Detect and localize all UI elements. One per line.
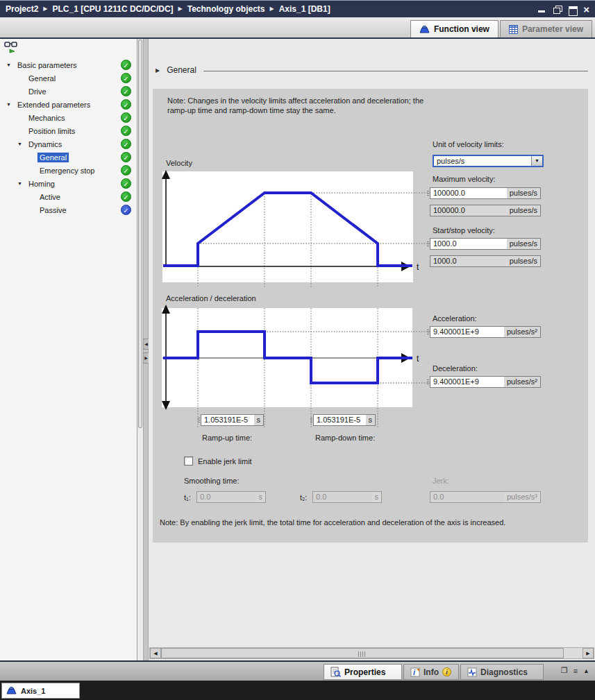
tree-item-active[interactable]: Active✓ [0, 190, 137, 203]
section-chevron-icon[interactable]: ▶ [156, 67, 160, 74]
tab-properties[interactable]: Properties [324, 664, 402, 680]
function-view-main: ▶ General Note: Changes in the velocity … [149, 39, 595, 660]
maximum-velocity-input[interactable]: 100000.0 pulses/s [430, 187, 541, 199]
collapse-pane-icon[interactable]: ▲ [583, 667, 589, 674]
scrollbar-thumb[interactable] [161, 648, 564, 658]
t1-value: 0.0 [197, 492, 256, 502]
tab-function-view-label: Function view [434, 24, 489, 34]
tree-item-extended-parameters[interactable]: ▼Extended parameters✓ [0, 98, 137, 111]
ramp-down-time-value[interactable]: 1.053191E-5 [314, 415, 366, 425]
section-header: ▶ General [156, 65, 588, 75]
maximum-velocity-readonly-unit: pulses/s [507, 205, 540, 216]
unit-of-velocity-limits-value: pulses/s [434, 156, 531, 166]
startstop-velocity-readonly-value: 1000.0 [430, 256, 507, 266]
tree-item-dynamics[interactable]: ▼Dynamics✓ [0, 137, 137, 151]
startstop-velocity-readonly-unit: pulses/s [507, 256, 540, 266]
tree-item-position-limits[interactable]: Position limits✓ [0, 124, 137, 137]
deceleration-unit: pulses/s² [504, 377, 540, 387]
breadcrumb-item[interactable]: Axis_1 [DB1] [279, 4, 330, 14]
scroll-left-icon[interactable]: ◀ [150, 648, 161, 658]
tab-info[interactable]: i Info i [403, 664, 459, 680]
tree-item-drive[interactable]: Drive✓ [0, 85, 137, 98]
enable-jerk-limit-label: Enable jerk limit [198, 457, 252, 466]
monitor-glasses-icon[interactable] [4, 41, 19, 54]
tree-scrollbar[interactable] [137, 39, 144, 660]
tree-item-passive[interactable]: Passive✓ [0, 203, 137, 216]
panel-splitter[interactable]: ◀ ▶ [144, 39, 149, 660]
acceleration-unit: pulses/s² [504, 327, 540, 337]
tree-item-general[interactable]: General✓ [0, 151, 137, 164]
tree-item-label[interactable]: Drive [26, 87, 49, 96]
t1-input[interactable]: 0.0 s [196, 491, 266, 503]
tia-portal-window: Project2▶PLC_1 [CPU 1211C DC/DC/DC]▶Tech… [0, 0, 595, 700]
tree-item-general[interactable]: General✓ [0, 71, 137, 85]
maximum-velocity-value[interactable]: 100000.0 [430, 188, 507, 198]
tab-parameter-view-label: Parameter view [522, 24, 583, 34]
tree-item-label[interactable]: Dynamics [26, 139, 64, 149]
unit-of-velocity-limits-select[interactable]: pulses/s ▼ [433, 155, 544, 167]
expander-icon[interactable]: ▼ [6, 102, 15, 107]
enable-jerk-limit-checkbox[interactable] [184, 456, 193, 466]
tree-item-label[interactable]: General [26, 74, 58, 83]
diagnostics-icon [467, 667, 477, 677]
tree-scrollbar-thumb[interactable] [138, 40, 142, 428]
tree-item-mechanics[interactable]: Mechanics✓ [0, 111, 137, 124]
maximize-button-icon[interactable] [568, 6, 577, 13]
expander-icon[interactable]: ▼ [17, 181, 26, 186]
acceleration-chart: Acceleration / deceleration [158, 291, 430, 430]
tree-item-label[interactable]: Homing [26, 179, 57, 189]
tab-properties-label: Properties [344, 667, 385, 677]
tree-item-basic-parameters[interactable]: ▼Basic parameters✓ [0, 58, 137, 71]
ramp-up-time-label: Ramp-up time: [202, 434, 252, 442]
status-ok-check-icon: ✓ [121, 73, 131, 83]
ramp-up-time-value[interactable]: 1.053191E-5 [201, 415, 254, 425]
minimize-button-icon[interactable] [537, 6, 546, 13]
editor-tab-axis1[interactable]: Axis_1 [1, 683, 80, 699]
ramp-up-time-input[interactable]: 1.053191E-5 s [201, 414, 264, 426]
status-ok-check-icon: ✓ [121, 139, 131, 149]
info-alert-badge-icon: i [442, 667, 451, 676]
tree-item-label[interactable]: Active [37, 192, 62, 202]
parameter-view-table-icon [509, 25, 518, 34]
scroll-right-icon[interactable]: ▶ [583, 648, 594, 658]
tree-item-label[interactable]: Passive [37, 205, 69, 215]
tree-item-emergency-stop[interactable]: Emergency stop✓ [0, 164, 137, 177]
expander-icon[interactable]: ▼ [6, 62, 15, 67]
properties-icon [330, 667, 341, 677]
tab-parameter-view[interactable]: Parameter view [500, 20, 592, 37]
float-pane-icon[interactable]: ❐ [561, 666, 568, 675]
tab-function-view[interactable]: Function view [410, 20, 498, 37]
breadcrumb-item[interactable]: Project2 [6, 4, 38, 14]
tree-item-label[interactable]: Basic parameters [15, 60, 79, 70]
tree-item-label[interactable]: Emergency stop [37, 166, 97, 176]
acceleration-input[interactable]: 9.400001E+9 pulses/s² [430, 326, 541, 338]
deceleration-value[interactable]: 9.400001E+9 [430, 377, 504, 387]
ramp-down-time-input[interactable]: 1.053191E-5 s [313, 414, 376, 426]
dynamics-general-panel: Note: Changes in the velocity limits aff… [153, 89, 588, 543]
jerk-input[interactable]: 0.0 pulses/s³ [430, 491, 541, 503]
pane-list-icon[interactable]: ≡ [573, 667, 578, 675]
breadcrumb-separator-icon: ▶ [43, 6, 47, 12]
breadcrumb-item[interactable]: PLC_1 [CPU 1211C DC/DC/DC] [53, 4, 174, 14]
status-ok-check-icon: ✓ [121, 165, 131, 176]
acceleration-value[interactable]: 9.400001E+9 [430, 327, 504, 337]
close-button-icon[interactable]: × [583, 6, 589, 13]
tab-diagnostics[interactable]: Diagnostics [460, 664, 544, 680]
main-horizontal-scrollbar[interactable]: ◀ ▶ [149, 647, 594, 659]
startstop-velocity-input[interactable]: 1000.0 pulses/s [430, 238, 541, 250]
expander-icon[interactable]: ▼ [17, 142, 26, 146]
startstop-velocity-value[interactable]: 1000.0 [430, 239, 507, 249]
deceleration-input[interactable]: 9.400001E+9 pulses/s² [430, 376, 541, 388]
dropdown-arrow-icon[interactable]: ▼ [531, 156, 542, 166]
t2-input[interactable]: 0.0 s [312, 491, 382, 503]
restore-button-icon[interactable] [553, 6, 562, 13]
tree-item-homing[interactable]: ▼Homing✓ [0, 177, 137, 190]
tree-item-label[interactable]: General [37, 153, 69, 162]
tree-item-label[interactable]: Position limits [26, 126, 77, 136]
note-top: Note: Changes in the velocity limits aff… [167, 96, 438, 115]
inspector-window-controls: ❐ ≡ ▲ [561, 666, 589, 675]
info-icon: i [410, 667, 420, 677]
breadcrumb-item[interactable]: Technology objects [187, 4, 265, 14]
tree-item-label[interactable]: Extended parameters [15, 100, 92, 110]
tree-item-label[interactable]: Mechanics [26, 113, 67, 123]
